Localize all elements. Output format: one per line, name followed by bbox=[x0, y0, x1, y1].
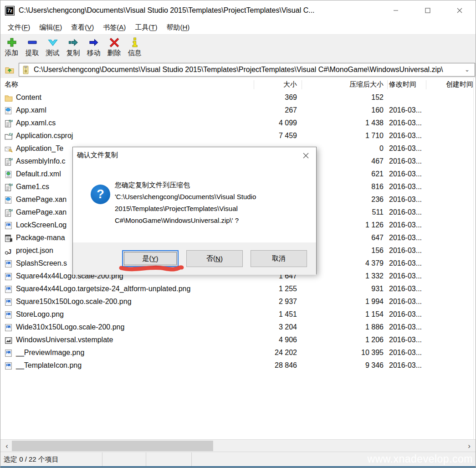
file-size: 24 202 bbox=[210, 349, 297, 357]
info-button[interactable]: 信息 bbox=[124, 35, 145, 61]
menu-item-help[interactable]: 帮助(H) bbox=[162, 22, 194, 33]
menu-item-edit[interactable]: 编辑(E) bbox=[35, 22, 67, 33]
address-combobox[interactable]: C:\Users\chengcong\Documents\Visual Stud… bbox=[19, 63, 475, 77]
image-file-icon bbox=[5, 285, 13, 293]
image-file-icon bbox=[5, 324, 13, 332]
file-name: Application.csproj bbox=[16, 132, 73, 140]
column-header-packed[interactable]: 压缩后大小 bbox=[302, 80, 384, 89]
copy-button[interactable]: 复制 bbox=[63, 35, 83, 61]
test-button[interactable]: 测试 bbox=[42, 35, 63, 61]
file-size: 369 bbox=[210, 93, 297, 102]
file-row[interactable]: __TemplateIcon.png28 8469 3462016-03... bbox=[1, 360, 475, 372]
file-size: 1 255 bbox=[210, 285, 297, 293]
file-size: 267 bbox=[210, 106, 297, 114]
dialog-close-icon[interactable] bbox=[300, 150, 312, 161]
delete-button[interactable]: 删除 bbox=[104, 35, 124, 61]
maximize-icon[interactable] bbox=[412, 0, 444, 21]
column-header-name[interactable]: 名称 bbox=[5, 80, 18, 89]
file-row[interactable]: Square150x150Logo.scale-200.png2 9371 99… bbox=[1, 296, 475, 309]
cs-file-icon: C# bbox=[5, 158, 13, 166]
question-icon: ? bbox=[91, 185, 110, 204]
file-packed-size: 152 bbox=[302, 93, 384, 102]
move-button[interactable]: 移动 bbox=[83, 35, 104, 61]
title-bar: 7z C:\Users\chengcong\Documents\Visual S… bbox=[0, 0, 476, 21]
address-bar: C:\Users\chengcong\Documents\Visual Stud… bbox=[0, 62, 476, 78]
minimize-icon[interactable] bbox=[380, 0, 412, 21]
column-separator[interactable] bbox=[254, 80, 254, 89]
dialog-no-button[interactable]: 否(N) bbox=[186, 250, 243, 267]
file-row[interactable]: Square44x44Logo.targetsize-24_altform-un… bbox=[1, 283, 475, 296]
file-packed-size: 1 206 bbox=[302, 336, 384, 344]
column-separator[interactable] bbox=[387, 80, 388, 89]
menu-item-tools[interactable]: 工具(T) bbox=[130, 22, 162, 33]
cs-file-icon: C# bbox=[5, 183, 13, 191]
file-packed-size: 10 395 bbox=[302, 349, 384, 357]
svg-text:C#: C# bbox=[9, 209, 13, 212]
file-name: __PreviewImage.png bbox=[16, 349, 84, 357]
file-row[interactable]: C#Application.csproj7 4591 7102016-03... bbox=[1, 130, 475, 143]
file-name: Content bbox=[16, 93, 41, 102]
menu-item-view[interactable]: 查看(V) bbox=[67, 22, 98, 33]
column-separator[interactable] bbox=[302, 80, 302, 89]
extract-button[interactable]: 提取 bbox=[22, 35, 42, 61]
window-title: C:\Users\chengcong\Documents\Visual Stud… bbox=[19, 6, 374, 15]
file-name: AssemblyInfo.c bbox=[16, 157, 65, 165]
status-separator bbox=[102, 453, 102, 466]
file-size: 7 459 bbox=[210, 132, 297, 140]
image-file-icon bbox=[5, 221, 13, 230]
status-separator bbox=[146, 453, 146, 466]
selection-status: 选定 0 / 22 个项目 bbox=[4, 455, 59, 464]
file-row[interactable]: App.xaml2671602016-03... bbox=[1, 104, 475, 117]
image-file-icon bbox=[5, 349, 13, 357]
dialog-yes-button[interactable]: 是(Y) bbox=[122, 250, 179, 267]
column-header-created[interactable]: 创建时间 bbox=[428, 80, 473, 89]
file-row[interactable]: WindowsUniversal.vstemplate4 9061 206201… bbox=[1, 334, 475, 347]
parent-folder-button[interactable] bbox=[3, 64, 16, 76]
chevron-down-icon[interactable]: ⌄ bbox=[465, 66, 472, 73]
file-name: Default.rd.xml bbox=[16, 170, 61, 178]
svg-text:C#: C# bbox=[9, 132, 13, 136]
scroll-right-icon[interactable]: › bbox=[464, 440, 475, 452]
file-modified: 2016-03... bbox=[389, 183, 428, 191]
horizontal-scrollbar: ‹ › bbox=[0, 439, 476, 452]
file-packed-size: 1 154 bbox=[302, 310, 384, 319]
image-file-icon bbox=[5, 298, 13, 306]
file-name: App.xaml.cs bbox=[16, 119, 56, 127]
file-packed-size: 1 710 bbox=[302, 132, 384, 140]
file-packed-size: 160 bbox=[302, 106, 384, 114]
file-row[interactable]: Content369152 bbox=[1, 92, 475, 104]
file-size: 4 906 bbox=[210, 336, 297, 344]
file-modified: 2016-03... bbox=[389, 349, 428, 357]
scroll-left-icon[interactable]: ‹ bbox=[1, 440, 12, 452]
file-name: StoreLogo.png bbox=[16, 310, 64, 319]
xml-file-icon bbox=[5, 170, 13, 179]
svg-text:J: J bbox=[8, 248, 11, 255]
file-modified: 2016-03... bbox=[389, 144, 428, 153]
close-icon[interactable] bbox=[444, 0, 476, 21]
extract-minus-icon bbox=[27, 37, 38, 48]
7zip-window: 7z C:\Users\chengcong\Documents\Visual S… bbox=[0, 0, 476, 468]
file-size: 4 099 bbox=[210, 119, 297, 127]
image-file-icon bbox=[5, 260, 13, 268]
file-row[interactable]: __PreviewImage.png24 20210 3952016-03... bbox=[1, 347, 475, 360]
file-modified: 2016-03... bbox=[389, 221, 428, 229]
7zip-app-icon: 7z bbox=[5, 6, 15, 15]
cs-file-icon: C# bbox=[5, 119, 13, 128]
menu-item-file[interactable]: 文件(F) bbox=[3, 22, 35, 33]
column-separator[interactable] bbox=[426, 80, 426, 89]
add-button[interactable]: 添加 bbox=[1, 35, 22, 61]
file-modified: 2016-03... bbox=[389, 361, 428, 370]
scrollbar-thumb[interactable] bbox=[12, 441, 213, 451]
file-row[interactable]: StoreLogo.png1 4511 1542016-03... bbox=[1, 309, 475, 321]
file-size: 3 204 bbox=[210, 323, 297, 331]
file-name: Square44x44Logo.targetsize-24_altform-un… bbox=[16, 285, 190, 293]
file-row[interactable]: Wide310x150Logo.scale-200.png3 2041 8862… bbox=[1, 321, 475, 334]
parent-folder-icon bbox=[5, 65, 14, 74]
dialog-cancel-button[interactable]: 取消 bbox=[251, 250, 307, 267]
file-modified: 2016-03... bbox=[389, 157, 428, 165]
column-header-modified[interactable]: 修改时间 bbox=[389, 80, 416, 89]
delete-x-icon bbox=[109, 37, 120, 48]
menu-item-bookmarks[interactable]: 书签(A) bbox=[98, 22, 130, 33]
file-row[interactable]: C#App.xaml.cs4 0991 4382016-03... bbox=[1, 117, 475, 130]
file-name: SplashScreen.s bbox=[16, 259, 67, 267]
